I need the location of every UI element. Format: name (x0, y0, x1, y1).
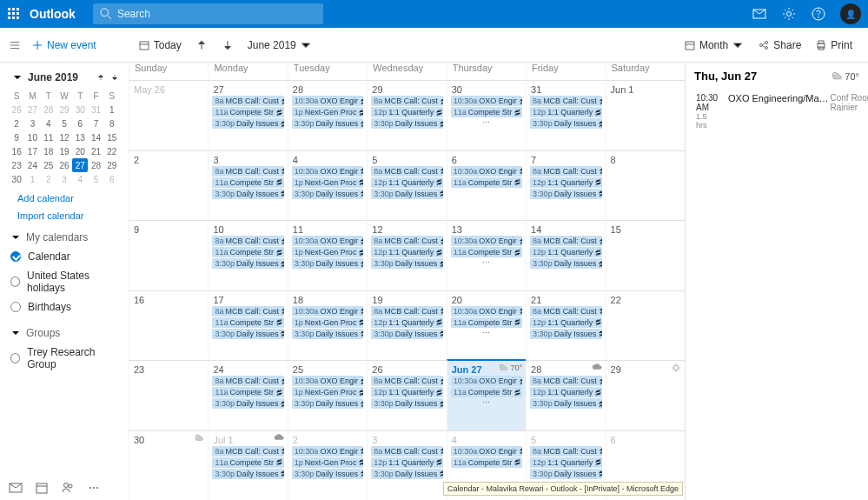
calendar-day[interactable]: 318a MCB Call: Cust12p 1:1 Quarterly3:30… (526, 81, 605, 150)
event-chip[interactable]: 8a MCB Call: Cust (212, 306, 283, 317)
minical-day[interactable]: 14 (88, 130, 103, 144)
minical-day[interactable]: 29 (56, 103, 72, 117)
event-chip[interactable]: 3:30p Daily Issues (371, 258, 442, 269)
calendar-day[interactable]: 218a MCB Call: Cust12p 1:1 Quarterly3:30… (526, 291, 605, 361)
event-chip[interactable]: 8a MCB Call: Cust (212, 236, 283, 246)
calendar-item[interactable]: Trey Research Group (9, 343, 120, 374)
event-chip[interactable]: 8a MCB Call: Cust (371, 96, 442, 106)
event-chip[interactable]: 10:30a OXO Engir (451, 236, 522, 246)
event-chip[interactable]: 3:30p Daily Issues (212, 329, 283, 339)
more-events[interactable]: ⋯ (449, 118, 524, 127)
more-events[interactable]: ⋯ (449, 398, 524, 407)
event-chip[interactable]: 11a Compete Str (451, 177, 522, 188)
view-selector[interactable]: Month (684, 39, 744, 51)
calendar-day[interactable]: 178a MCB Call: Cust11a Compete Str3:30p … (208, 291, 287, 361)
event-chip[interactable]: 10:30a OXO Engir (292, 236, 363, 246)
event-chip[interactable]: 10:30a OXO Engir (451, 306, 522, 317)
minical-day[interactable]: 31 (88, 103, 103, 117)
calendar-checkbox[interactable] (10, 277, 20, 287)
minical-day[interactable]: 30 (9, 172, 24, 186)
help-icon[interactable] (811, 6, 826, 22)
minical-day[interactable]: 30 (72, 103, 88, 117)
calendar-day[interactable]: 298a MCB Call: Cust12p 1:1 Quarterly3:30… (367, 81, 446, 150)
minical-day[interactable]: 3 (24, 117, 40, 130)
event-chip[interactable]: 11a Compete Str (451, 247, 522, 257)
event-chip[interactable]: 1p Next-Gen Proc (292, 107, 363, 117)
event-chip[interactable]: 3:30p Daily Issues (292, 189, 363, 199)
calendar-day[interactable]: 198a MCB Call: Cust12p 1:1 Quarterly3:30… (367, 291, 446, 361)
minical-day[interactable]: 26 (9, 103, 24, 117)
minical-day[interactable]: 4 (41, 117, 56, 130)
print-button[interactable]: Print (815, 39, 852, 51)
minical-day[interactable]: 13 (72, 130, 88, 144)
calendar-day[interactable]: 108a MCB Call: Cust11a Compete Str3:30p … (208, 221, 287, 290)
event-chip[interactable]: 12p 1:1 Quarterly (371, 247, 442, 257)
event-chip[interactable]: 8a MCB Call: Cust (371, 306, 442, 317)
minical-day[interactable]: 2 (41, 172, 56, 186)
event-chip[interactable]: 3:30p Daily Issues (371, 398, 442, 409)
event-chip[interactable]: 8a MCB Call: Cust (530, 96, 601, 106)
event-chip[interactable]: 12p 1:1 Quarterly (371, 387, 442, 397)
calendar-day[interactable]: 2510:30a OXO Engir1p Next-Gen Proc3:30p … (288, 361, 367, 430)
minical-day[interactable]: 28 (41, 103, 56, 117)
calendar-day[interactable]: 9 (129, 221, 208, 290)
calendar-day[interactable]: Jul 18a MCB Call: Cust11a Compete Str3:3… (208, 431, 287, 501)
event-chip[interactable]: 8a MCB Call: Cust (212, 96, 283, 106)
minical-day[interactable]: 8 (104, 117, 120, 130)
event-chip[interactable]: 8a MCB Call: Cust (212, 376, 283, 386)
minical-day[interactable]: 17 (24, 144, 40, 158)
event-chip[interactable]: 12p 1:1 Quarterly (530, 177, 601, 188)
calendar-day[interactable]: 16 (129, 291, 208, 361)
app-launcher-icon[interactable] (7, 7, 21, 21)
minical-day[interactable]: 18 (41, 144, 56, 158)
event-chip[interactable]: 10:30a OXO Engir (292, 306, 363, 317)
event-chip[interactable]: 3:30p Daily Issues (212, 258, 283, 269)
event-chip[interactable]: 3:30p Daily Issues (292, 469, 363, 479)
event-chip[interactable]: 3:30p Daily Issues (212, 118, 283, 129)
event-chip[interactable]: 1p Next-Gen Proc (292, 177, 363, 188)
minical-day[interactable]: 27 (24, 103, 40, 117)
event-chip[interactable]: 3:30p Daily Issues (292, 258, 363, 269)
calendar-day[interactable]: 29 (606, 361, 685, 430)
calendar-day[interactable]: 78a MCB Call: Cust12p 1:1 Quarterly3:30p… (526, 151, 605, 221)
minical-day[interactable]: 26 (56, 158, 72, 172)
user-avatar[interactable]: 👤 (840, 3, 861, 24)
calendar-checkbox[interactable] (10, 251, 21, 262)
calendar-day[interactable]: 38a MCB Call: Cust11a Compete Str3:30p D… (208, 151, 287, 221)
minical-day[interactable]: 1 (104, 103, 120, 117)
minical-day[interactable]: 2 (9, 117, 24, 130)
mail-module-icon[interactable] (9, 481, 23, 495)
more-events[interactable]: ⋯ (449, 258, 524, 267)
calendar-day[interactable]: 1110:30a OXO Engir1p Next-Gen Proc3:30p … (288, 221, 367, 290)
minical-day[interactable]: 21 (88, 144, 103, 158)
minical-day[interactable]: 12 (56, 130, 72, 144)
date-picker[interactable]: June 2019 (248, 39, 312, 51)
more-events[interactable]: ⋯ (449, 329, 524, 337)
next-arrow-icon[interactable] (222, 39, 234, 51)
minical-day[interactable]: 6 (72, 117, 88, 130)
minical-day[interactable]: 27 (72, 158, 88, 172)
event-chip[interactable]: 10:30a OXO Engir (451, 96, 522, 106)
event-chip[interactable]: 3:30p Daily Issues (292, 329, 363, 339)
event-chip[interactable]: 10:30a OXO Engir (292, 166, 363, 177)
event-chip[interactable]: 1p Next-Gen Proc (292, 317, 363, 328)
event-chip[interactable]: 3:30p Daily Issues (530, 118, 601, 129)
calendar-day[interactable]: May 26 (129, 81, 208, 150)
event-chip[interactable]: 3:30p Daily Issues (530, 398, 601, 409)
calendar-item[interactable]: Calendar (9, 247, 120, 266)
calendar-day[interactable]: Jun 1 (606, 81, 685, 150)
calendar-day[interactable]: 58a MCB Call: Cust12p 1:1 Quarterly3:30p… (367, 151, 446, 221)
today-button[interactable]: Today (138, 39, 182, 51)
event-chip[interactable]: 8a MCB Call: Cust (212, 166, 283, 177)
event-chip[interactable]: 10:30a OXO Engir (292, 446, 363, 457)
event-chip[interactable]: 3:30p Daily Issues (530, 469, 601, 479)
calendar-day[interactable]: 30 (129, 431, 208, 501)
event-chip[interactable]: 11a Compete Str (451, 317, 522, 328)
minical-header[interactable]: June 2019 (12, 71, 120, 83)
calendar-checkbox[interactable] (10, 302, 21, 312)
add-calendar-link[interactable]: Add calendar (17, 193, 120, 203)
event-chip[interactable]: 8a MCB Call: Cust (371, 236, 442, 246)
event-chip[interactable]: 8a MCB Call: Cust (530, 376, 601, 386)
event-chip[interactable]: 11a Compete Str (451, 107, 522, 117)
calendar-day[interactable]: 410:30a OXO Engir1p Next-Gen Proc3:30p D… (288, 151, 367, 221)
